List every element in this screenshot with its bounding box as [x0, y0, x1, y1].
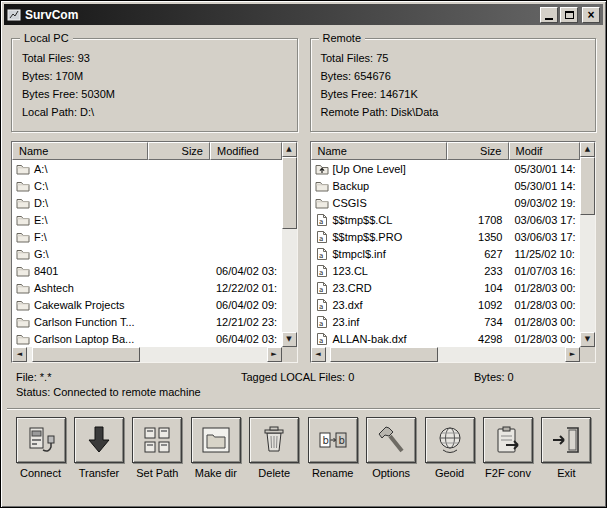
- list-item[interactable]: G:\: [12, 245, 282, 262]
- column-header-name[interactable]: Name: [311, 142, 447, 160]
- local-vscroll-thumb[interactable]: [282, 157, 297, 229]
- file-modified: 06/04/02 09:: [210, 299, 282, 311]
- column-header-modified[interactable]: Modified: [210, 142, 282, 160]
- toolbar-label: Make dir: [195, 467, 237, 479]
- info-panels: Local PC Total Files: 93 Bytes: 170M Byt…: [4, 38, 603, 132]
- folder-icon: [12, 333, 32, 345]
- set-path-button[interactable]: [132, 417, 182, 463]
- remote-horizontal-scrollbar[interactable]: ◄ ►: [311, 347, 581, 362]
- list-item[interactable]: E:\: [12, 211, 282, 228]
- local-horizontal-scrollbar[interactable]: ◄ ►: [12, 347, 282, 362]
- local-pc-groupbox: Local PC Total Files: 93 Bytes: 170M Byt…: [11, 38, 298, 132]
- column-header-size[interactable]: Size: [447, 142, 509, 160]
- folder-icon: [12, 197, 32, 209]
- list-item[interactable]: D:\: [12, 194, 282, 211]
- local-bytes-free: Bytes Free: 5030M: [22, 85, 297, 103]
- toolbar-label: Options: [372, 467, 410, 479]
- file-name: 23.inf: [331, 316, 447, 328]
- list-item[interactable]: aALLAN-bak.dxf429801/28/03 00:: [311, 330, 581, 347]
- rename-icon: bb: [317, 424, 349, 456]
- list-item[interactable]: a$tmpcl$.inf62711/25/02 10:: [311, 245, 581, 262]
- scroll-down-icon[interactable]: ▼: [580, 332, 595, 347]
- column-header-name[interactable]: Name: [12, 142, 148, 160]
- remote-file-list: Name Size Modif [Up One Level]05/30/01 1…: [310, 141, 597, 363]
- minimize-button[interactable]: [540, 7, 558, 23]
- file-modified: 01/28/03 00:: [509, 316, 581, 328]
- file-modified: 01/28/03 00:: [509, 333, 581, 345]
- options-button[interactable]: [366, 417, 416, 463]
- folder-icon: [12, 180, 32, 192]
- maximize-button[interactable]: [560, 7, 578, 23]
- file-modified: 03/06/03 17:: [509, 214, 581, 226]
- rename-toolbar-item: bbRename: [305, 417, 360, 479]
- file-name: [Up One Level]: [331, 163, 447, 175]
- toolbar-label: Transfer: [79, 467, 120, 479]
- remote-vscroll-track[interactable]: [580, 157, 595, 332]
- svg-text:a: a: [319, 302, 323, 310]
- connect-button[interactable]: [16, 417, 66, 463]
- folder-icon: [12, 316, 32, 328]
- list-item[interactable]: A:\: [12, 160, 282, 177]
- scroll-left-icon[interactable]: ◄: [12, 347, 27, 362]
- scroll-up-icon[interactable]: ▲: [282, 142, 297, 157]
- scroll-up-icon[interactable]: ▲: [580, 142, 595, 157]
- file-modified: 06/04/02 03:: [210, 265, 282, 277]
- list-item[interactable]: F:\: [12, 228, 282, 245]
- file-name: A:\: [32, 163, 148, 175]
- folder-icon: [12, 282, 32, 294]
- geoid-button[interactable]: [425, 417, 475, 463]
- column-header-modified[interactable]: Modif: [509, 142, 581, 160]
- list-item[interactable]: Cakewalk Projects06/04/02 09:: [12, 296, 282, 313]
- list-item[interactable]: C:\: [12, 177, 282, 194]
- list-item[interactable]: Carlson Laptop Ba...06/04/02 03:: [12, 330, 282, 347]
- f2f-conv-button[interactable]: [483, 417, 533, 463]
- local-path: Local Path: D:\: [22, 103, 297, 121]
- list-item[interactable]: Ashtech12/22/02 01:: [12, 279, 282, 296]
- local-vscroll-track[interactable]: [282, 157, 297, 332]
- remote-vscroll-thumb[interactable]: [580, 157, 595, 215]
- exit-button[interactable]: [541, 417, 591, 463]
- scroll-right-icon[interactable]: ►: [267, 347, 282, 362]
- svg-text:b: b: [322, 435, 328, 446]
- file-size: 233: [447, 265, 509, 277]
- list-item[interactable]: a$$tmp$$.PRO135003/06/03 17:: [311, 228, 581, 245]
- set-path-toolbar-item: Set Path: [130, 417, 185, 479]
- file-icon: a: [311, 214, 331, 226]
- titlebar[interactable]: SurvCom ×: [4, 4, 603, 25]
- scroll-down-icon[interactable]: ▼: [282, 332, 297, 347]
- remote-vertical-scrollbar[interactable]: ▲ ▼: [580, 142, 595, 347]
- list-item[interactable]: a23.inf73401/28/03 00:: [311, 313, 581, 330]
- make-dir-button[interactable]: [191, 417, 241, 463]
- transfer-button[interactable]: [74, 417, 124, 463]
- list-item[interactable]: Backup05/30/01 14:: [311, 177, 581, 194]
- file-modified: 05/30/01 14:: [509, 163, 581, 175]
- make-dir-toolbar-item: Make dir: [188, 417, 243, 479]
- list-item[interactable]: 840106/04/02 03:: [12, 262, 282, 279]
- list-item[interactable]: a23.dxf109201/28/03 00:: [311, 296, 581, 313]
- scroll-left-icon[interactable]: ◄: [311, 347, 326, 362]
- file-name: $$tmp$$.PRO: [331, 231, 447, 243]
- rename-button[interactable]: bb: [308, 417, 358, 463]
- delete-button[interactable]: [249, 417, 299, 463]
- column-header-size[interactable]: Size: [148, 142, 210, 160]
- local-hscroll-track[interactable]: [27, 347, 267, 362]
- remote-hscroll-track[interactable]: [326, 347, 566, 362]
- local-hscroll-thumb[interactable]: [32, 347, 140, 362]
- scroll-right-icon[interactable]: ►: [565, 347, 580, 362]
- local-list-header: Name Size Modified: [12, 142, 282, 160]
- set-path-icon: [141, 424, 173, 456]
- local-vertical-scrollbar[interactable]: ▲ ▼: [282, 142, 297, 347]
- list-item[interactable]: a23.CRD10401/28/03 00:: [311, 279, 581, 296]
- list-item[interactable]: a$$tmp$$.CL170803/06/03 17:: [311, 211, 581, 228]
- list-item[interactable]: [Up One Level]05/30/01 14:: [311, 160, 581, 177]
- close-button[interactable]: ×: [582, 7, 600, 23]
- list-item[interactable]: Carlson Function T...12/21/02 23:: [12, 313, 282, 330]
- folder-icon: [12, 214, 32, 226]
- file-name: $$tmp$$.CL: [331, 214, 447, 226]
- list-item[interactable]: a123.CL23301/07/03 16:: [311, 262, 581, 279]
- list-item[interactable]: CSGIS09/03/02 19:: [311, 194, 581, 211]
- remote-hscroll-thumb[interactable]: [330, 347, 438, 362]
- geoid-toolbar-item: Geoid: [422, 417, 477, 479]
- folder-icon: [12, 163, 32, 175]
- file-filter-status: File: *.*: [16, 371, 241, 383]
